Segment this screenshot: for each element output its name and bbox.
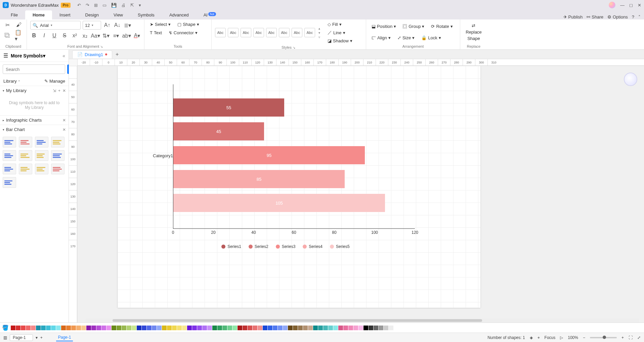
color-swatch[interactable] <box>197 326 202 330</box>
user-avatar-icon[interactable] <box>609 2 615 8</box>
section-infographic[interactable]: ▸Infographic Charts ✕ <box>0 115 69 125</box>
color-swatch[interactable] <box>394 326 398 330</box>
menu-file[interactable]: File <box>3 10 25 19</box>
color-swatch[interactable] <box>11 326 15 330</box>
color-swatch[interactable] <box>41 326 46 330</box>
color-swatch[interactable] <box>46 326 51 330</box>
color-swatch[interactable] <box>384 326 388 330</box>
color-swatch[interactable] <box>273 326 277 330</box>
horizontal-scrollbar[interactable] <box>86 318 639 323</box>
color-swatch[interactable] <box>56 326 61 330</box>
subscript-icon[interactable]: x₂ <box>81 32 89 40</box>
style-swatch[interactable]: Abc <box>304 28 315 37</box>
color-swatch[interactable] <box>31 326 36 330</box>
style-swatch[interactable]: Abc <box>266 28 277 37</box>
maximize-icon[interactable]: ◻ <box>629 3 633 8</box>
font-family-select[interactable]: 🔍Arial▾ <box>30 21 81 30</box>
color-swatch[interactable] <box>177 326 182 330</box>
color-swatch[interactable] <box>101 326 106 330</box>
color-swatch[interactable] <box>172 326 177 330</box>
shadow-button[interactable]: ◪Shadow▾ <box>326 37 354 44</box>
page-dropdown-caret-icon[interactable]: ▾ <box>36 335 38 340</box>
open-icon[interactable]: ▭ <box>102 3 106 8</box>
style-swatch[interactable]: Abc <box>241 28 251 37</box>
color-swatch[interactable] <box>288 326 293 330</box>
menu-view[interactable]: View <box>106 10 130 19</box>
color-swatch[interactable] <box>112 326 116 330</box>
group-button[interactable]: ⿴Group▾ <box>401 23 426 30</box>
export-icon[interactable]: ⇱ <box>130 3 134 8</box>
color-swatch[interactable] <box>258 326 262 330</box>
color-swatch[interactable] <box>263 326 267 330</box>
color-swatch[interactable] <box>127 326 131 330</box>
close-section-icon[interactable]: ✕ <box>62 118 66 123</box>
color-swatch[interactable] <box>232 326 237 330</box>
shape-thumb[interactable] <box>3 177 16 188</box>
color-swatch[interactable] <box>298 326 303 330</box>
symbol-search-input[interactable] <box>3 65 65 74</box>
color-swatch[interactable] <box>51 326 56 330</box>
library-dropdown[interactable]: Library⌃ <box>3 79 20 84</box>
superscript-icon[interactable]: x² <box>71 32 78 40</box>
zoom-in-button[interactable]: + <box>621 335 624 340</box>
color-swatch[interactable] <box>21 326 26 330</box>
collapse-ribbon-icon[interactable]: ˄ <box>638 14 641 19</box>
menu-advanced[interactable]: Advanced <box>162 10 196 19</box>
format-painter-icon[interactable]: 🖌 <box>15 21 23 29</box>
font-size-select[interactable]: 12▾ <box>83 21 101 30</box>
page-selector-dropdown[interactable]: Page-1 <box>10 334 33 341</box>
layers-icon[interactable]: ◈ <box>530 335 533 340</box>
color-swatch[interactable] <box>167 326 172 330</box>
color-swatch[interactable] <box>182 326 187 330</box>
color-swatch[interactable] <box>132 326 136 330</box>
increase-font-icon[interactable]: A↑ <box>103 21 111 29</box>
color-swatch[interactable] <box>389 326 393 330</box>
color-swatch[interactable] <box>142 326 146 330</box>
color-swatch[interactable] <box>137 326 141 330</box>
options-button[interactable]: ⚙Options <box>607 14 628 19</box>
color-swatch[interactable] <box>303 326 308 330</box>
page-tab[interactable]: Page-1 <box>56 334 73 341</box>
decrease-font-icon[interactable]: A↓ <box>113 21 121 29</box>
shape-thumb[interactable] <box>35 137 48 147</box>
style-scroll-up-icon[interactable]: ▴ <box>318 27 320 30</box>
menu-symbols[interactable]: Symbols <box>130 10 162 19</box>
focus-target-icon[interactable]: ⌖ <box>538 335 540 340</box>
color-swatch[interactable] <box>308 326 313 330</box>
font-dialog-launcher[interactable]: ↘ <box>100 45 103 48</box>
color-swatch[interactable] <box>313 326 318 330</box>
sidebar-title[interactable]: More Symbols▾ <box>11 53 62 58</box>
color-swatch[interactable] <box>358 326 363 330</box>
color-swatch[interactable] <box>117 326 121 330</box>
color-swatch[interactable] <box>248 326 252 330</box>
menu-design[interactable]: Design <box>78 10 106 19</box>
save-icon[interactable]: 💾 <box>111 3 117 8</box>
color-swatch[interactable] <box>81 326 86 330</box>
color-swatch[interactable] <box>283 326 288 330</box>
fullscreen-icon[interactable]: ⤢ <box>637 335 641 340</box>
color-swatch[interactable] <box>217 326 222 330</box>
size-button[interactable]: ⤢Size▾ <box>395 34 417 41</box>
hamburger-icon[interactable]: ☰ <box>3 52 8 59</box>
color-swatch[interactable] <box>147 326 152 330</box>
color-swatch[interactable] <box>26 326 31 330</box>
color-swatch[interactable] <box>86 326 91 330</box>
close-section-icon[interactable]: ✕ <box>62 88 66 93</box>
style-swatch[interactable]: Abc <box>228 28 239 37</box>
fill-button[interactable]: ◇Fill▾ <box>326 21 354 28</box>
shape-tool[interactable]: ▢Shape▾ <box>175 21 201 28</box>
share-button[interactable]: ⚯Share <box>587 14 603 19</box>
paste-icon[interactable]: 📋▾ <box>15 32 23 40</box>
plus-icon[interactable]: + <box>58 88 60 93</box>
color-swatch[interactable] <box>293 326 298 330</box>
color-swatch[interactable] <box>106 326 111 330</box>
connector-tool[interactable]: ↯Connector▾ <box>167 29 200 36</box>
zoom-value[interactable]: 100% <box>568 335 578 340</box>
color-swatch[interactable] <box>268 326 272 330</box>
document-tab[interactable]: 📄 Drawing1 <box>72 50 112 58</box>
bar-chart-shape[interactable]: Category1 55459585105020406080100120 Ser… <box>153 84 418 249</box>
color-swatch[interactable] <box>157 326 162 330</box>
color-swatch[interactable] <box>152 326 157 330</box>
text-tool[interactable]: TText <box>148 29 164 36</box>
color-swatch[interactable] <box>379 326 383 330</box>
